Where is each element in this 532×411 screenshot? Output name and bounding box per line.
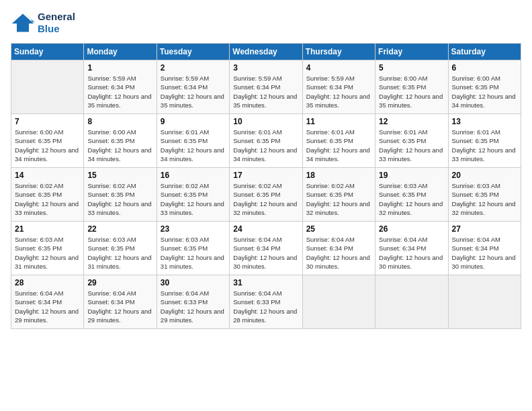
- day-number: 17: [233, 171, 298, 180]
- calendar-cell: 22 Sunrise: 6:03 AMSunset: 6:35 PMDaylig…: [84, 222, 157, 275]
- day-detail: Sunrise: 6:03 AMSunset: 6:35 PMDaylight:…: [161, 235, 226, 271]
- day-number: 16: [161, 171, 226, 180]
- day-number: 23: [161, 224, 226, 234]
- day-number: 8: [87, 117, 152, 126]
- day-detail: Sunrise: 6:01 AMSunset: 6:35 PMDaylight:…: [379, 128, 444, 163]
- day-detail: Sunrise: 5:59 AMSunset: 6:34 PMDaylight:…: [306, 74, 371, 109]
- day-number: 20: [452, 171, 517, 180]
- day-number: 29: [87, 278, 152, 287]
- calendar-cell: 27 Sunrise: 6:04 AMSunset: 6:34 PMDaylig…: [448, 222, 521, 275]
- day-detail: Sunrise: 6:02 AMSunset: 6:35 PMDaylight:…: [306, 181, 371, 217]
- calendar-cell: [11, 60, 84, 114]
- calendar-cell: 21 Sunrise: 6:03 AMSunset: 6:35 PMDaylig…: [11, 222, 84, 275]
- day-number: 6: [452, 63, 517, 73]
- calendar-table: SundayMondayTuesdayWednesdayThursdayFrid…: [11, 43, 521, 329]
- calendar-cell: 26 Sunrise: 6:04 AMSunset: 6:34 PMDaylig…: [375, 222, 448, 275]
- calendar-cell: 18 Sunrise: 6:02 AMSunset: 6:35 PMDaylig…: [302, 168, 375, 222]
- day-number: 24: [233, 224, 298, 234]
- day-number: 22: [87, 224, 152, 234]
- calendar-cell: 28 Sunrise: 6:04 AMSunset: 6:34 PMDaylig…: [11, 275, 84, 329]
- day-detail: Sunrise: 6:01 AMSunset: 6:35 PMDaylight:…: [233, 128, 298, 163]
- weekday-header-tuesday: Tuesday: [157, 44, 229, 60]
- day-number: 7: [15, 117, 80, 126]
- calendar-cell: [375, 275, 448, 329]
- day-detail: Sunrise: 5:59 AMSunset: 6:34 PMDaylight:…: [87, 74, 152, 109]
- day-number: 30: [161, 278, 226, 287]
- weekday-header-sunday: Sunday: [11, 44, 84, 60]
- day-detail: Sunrise: 6:02 AMSunset: 6:35 PMDaylight:…: [15, 181, 80, 217]
- calendar-cell: 1 Sunrise: 5:59 AMSunset: 6:34 PMDayligh…: [84, 60, 157, 114]
- calendar-week-row: 28 Sunrise: 6:04 AMSunset: 6:34 PMDaylig…: [11, 275, 521, 329]
- day-detail: Sunrise: 6:01 AMSunset: 6:35 PMDaylight:…: [452, 128, 517, 163]
- calendar-cell: 5 Sunrise: 6:00 AMSunset: 6:35 PMDayligh…: [375, 60, 448, 114]
- day-detail: Sunrise: 5:59 AMSunset: 6:34 PMDaylight:…: [233, 74, 298, 109]
- day-detail: Sunrise: 5:59 AMSunset: 6:34 PMDaylight:…: [161, 74, 226, 109]
- day-number: 9: [161, 117, 226, 126]
- calendar-cell: 4 Sunrise: 5:59 AMSunset: 6:34 PMDayligh…: [302, 60, 375, 114]
- weekday-header-row: SundayMondayTuesdayWednesdayThursdayFrid…: [11, 44, 521, 60]
- calendar-cell: 20 Sunrise: 6:03 AMSunset: 6:35 PMDaylig…: [448, 168, 521, 222]
- day-number: 2: [161, 63, 226, 73]
- day-number: 31: [233, 278, 298, 287]
- day-number: 1: [87, 63, 152, 73]
- day-detail: Sunrise: 6:03 AMSunset: 6:35 PMDaylight:…: [452, 181, 517, 217]
- calendar-cell: 25 Sunrise: 6:04 AMSunset: 6:34 PMDaylig…: [302, 222, 375, 275]
- calendar-cell: 2 Sunrise: 5:59 AMSunset: 6:34 PMDayligh…: [157, 60, 229, 114]
- weekday-header-monday: Monday: [84, 44, 157, 60]
- calendar-cell: 31 Sunrise: 6:04 AMSunset: 6:33 PMDaylig…: [230, 275, 302, 329]
- calendar-cell: 24 Sunrise: 6:04 AMSunset: 6:34 PMDaylig…: [230, 222, 302, 275]
- day-detail: Sunrise: 6:04 AMSunset: 6:34 PMDaylight:…: [233, 235, 298, 271]
- day-detail: Sunrise: 6:03 AMSunset: 6:35 PMDaylight:…: [379, 181, 444, 217]
- day-detail: Sunrise: 6:02 AMSunset: 6:35 PMDaylight:…: [87, 181, 152, 217]
- day-detail: Sunrise: 6:00 AMSunset: 6:35 PMDaylight:…: [452, 74, 517, 109]
- day-detail: Sunrise: 6:03 AMSunset: 6:35 PMDaylight:…: [15, 235, 80, 271]
- day-number: 14: [15, 171, 80, 180]
- day-number: 18: [306, 171, 371, 180]
- day-detail: Sunrise: 6:01 AMSunset: 6:35 PMDaylight:…: [306, 128, 371, 163]
- day-detail: Sunrise: 6:04 AMSunset: 6:33 PMDaylight:…: [233, 289, 298, 324]
- calendar-cell: 7 Sunrise: 6:00 AMSunset: 6:35 PMDayligh…: [11, 114, 84, 168]
- day-detail: Sunrise: 6:04 AMSunset: 6:34 PMDaylight:…: [15, 289, 80, 324]
- calendar-week-row: 14 Sunrise: 6:02 AMSunset: 6:35 PMDaylig…: [11, 168, 521, 222]
- calendar-cell: 23 Sunrise: 6:03 AMSunset: 6:35 PMDaylig…: [157, 222, 229, 275]
- calendar-cell: 29 Sunrise: 6:04 AMSunset: 6:34 PMDaylig…: [84, 275, 157, 329]
- calendar-cell: 10 Sunrise: 6:01 AMSunset: 6:35 PMDaylig…: [230, 114, 302, 168]
- logo-icon: [11, 12, 35, 34]
- weekday-header-friday: Friday: [375, 44, 448, 60]
- day-detail: Sunrise: 6:04 AMSunset: 6:34 PMDaylight:…: [452, 235, 517, 271]
- day-number: 13: [452, 117, 517, 126]
- calendar-cell: 8 Sunrise: 6:00 AMSunset: 6:35 PMDayligh…: [84, 114, 157, 168]
- day-detail: Sunrise: 6:04 AMSunset: 6:34 PMDaylight:…: [87, 289, 152, 324]
- calendar-cell: 30 Sunrise: 6:04 AMSunset: 6:33 PMDaylig…: [157, 275, 229, 329]
- calendar-cell: 11 Sunrise: 6:01 AMSunset: 6:35 PMDaylig…: [302, 114, 375, 168]
- day-number: 25: [306, 224, 371, 234]
- day-number: 11: [306, 117, 371, 126]
- calendar-cell: 3 Sunrise: 5:59 AMSunset: 6:34 PMDayligh…: [230, 60, 302, 114]
- day-number: 5: [379, 63, 444, 73]
- weekday-header-thursday: Thursday: [302, 44, 375, 60]
- day-detail: Sunrise: 6:00 AMSunset: 6:35 PMDaylight:…: [379, 74, 444, 109]
- calendar-cell: 19 Sunrise: 6:03 AMSunset: 6:35 PMDaylig…: [375, 168, 448, 222]
- page-header: General Blue: [11, 11, 521, 35]
- calendar-cell: 17 Sunrise: 6:02 AMSunset: 6:35 PMDaylig…: [230, 168, 302, 222]
- day-detail: Sunrise: 6:02 AMSunset: 6:35 PMDaylight:…: [233, 181, 298, 217]
- svg-marker-0: [12, 14, 34, 32]
- day-detail: Sunrise: 6:04 AMSunset: 6:33 PMDaylight:…: [161, 289, 226, 324]
- calendar-cell: 13 Sunrise: 6:01 AMSunset: 6:35 PMDaylig…: [448, 114, 521, 168]
- calendar-week-row: 21 Sunrise: 6:03 AMSunset: 6:35 PMDaylig…: [11, 222, 521, 275]
- calendar-cell: 9 Sunrise: 6:01 AMSunset: 6:35 PMDayligh…: [157, 114, 229, 168]
- calendar-cell: [448, 275, 521, 329]
- day-number: 28: [15, 278, 80, 287]
- day-detail: Sunrise: 6:00 AMSunset: 6:35 PMDaylight:…: [87, 128, 152, 163]
- day-number: 4: [306, 63, 371, 73]
- weekday-header-saturday: Saturday: [448, 44, 521, 60]
- day-number: 27: [452, 224, 517, 234]
- day-detail: Sunrise: 6:00 AMSunset: 6:35 PMDaylight:…: [15, 128, 80, 163]
- day-detail: Sunrise: 6:03 AMSunset: 6:35 PMDaylight:…: [87, 235, 152, 271]
- day-number: 10: [233, 117, 298, 126]
- logo: General Blue: [11, 11, 75, 35]
- calendar-week-row: 1 Sunrise: 5:59 AMSunset: 6:34 PMDayligh…: [11, 60, 521, 114]
- weekday-header-wednesday: Wednesday: [230, 44, 302, 60]
- day-number: 19: [379, 171, 444, 180]
- day-number: 15: [87, 171, 152, 180]
